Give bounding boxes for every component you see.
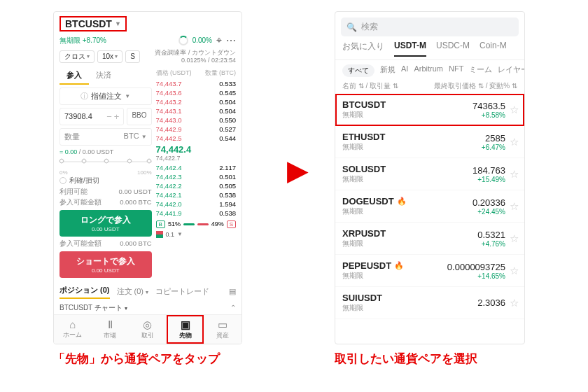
caption-right: 取引したい通貨ペアを選択 [335, 351, 477, 368]
gauge-icon [178, 36, 188, 46]
price-input[interactable]: 73908.4 −+ [59, 108, 124, 125]
leverage-chip[interactable]: 10x▾ [97, 50, 122, 63]
star-icon[interactable]: ☆ [510, 265, 519, 277]
nav-home[interactable]: ⌂ホーム [54, 315, 92, 344]
pair-row[interactable]: SUIUSDT無期限2.3036☆ [335, 287, 524, 319]
long-short-ratio: B51% 49%S [156, 220, 236, 228]
ob-layout-icon[interactable] [156, 231, 163, 238]
minus-icon[interactable]: − [106, 111, 112, 122]
phone-left: BTCUSDT ▼ 無期限 +8.70% 0.00% ⌖ ⋯ クロス▾ 10x▾… [53, 11, 242, 344]
qty-slider[interactable] [59, 158, 152, 165]
chevron-down-icon: ▼ [125, 93, 130, 99]
filter-all[interactable]: すべて [342, 64, 374, 77]
nav-futures[interactable]: ▣先物 [167, 315, 204, 344]
caption-left: 「先物」から通貨ペアをタップ [53, 351, 220, 368]
wallet-icon: ▭ [204, 318, 241, 331]
expand-icon[interactable]: ⌃ [230, 304, 236, 312]
orderbook-controls[interactable]: 0.1 ▼ [156, 231, 236, 238]
pair-selector[interactable]: BTCUSDT ▼ [59, 16, 127, 31]
pair-row[interactable]: SOLUSDT無期限184.763+15.49%☆ [335, 158, 524, 190]
tab-orders[interactable]: 注文 (0) ▾ [117, 286, 149, 297]
star-icon[interactable]: ☆ [510, 200, 519, 213]
orderbook: 価格 (USDT)数量 (BTC) 74,443.70.53374,443.60… [156, 67, 236, 281]
star-icon[interactable]: ☆ [510, 136, 519, 148]
risk-gauge[interactable]: 0.00% ⌖ ⋯ [178, 34, 236, 46]
tab-coinm[interactable]: Coin-M [479, 41, 507, 57]
star-icon[interactable]: ☆ [510, 232, 519, 245]
info-icon: ⓘ [80, 91, 88, 102]
qty-input[interactable]: 数量 BTC ▼ [59, 128, 152, 146]
tab-close[interactable]: 決済 [89, 67, 118, 85]
side-chip[interactable]: S [125, 50, 140, 63]
market-icon: Ⅱ [92, 318, 130, 331]
candles-icon[interactable]: ⌖ [216, 34, 222, 46]
pair-row[interactable]: DOGEUSDT 🔥無期限0.20336+24.45%☆ [335, 190, 524, 223]
filter-ai[interactable]: AI [401, 64, 408, 77]
filter-new[interactable]: 新規 [380, 64, 396, 77]
tab-usdtm[interactable]: USDT-M [394, 41, 426, 57]
order-type-select[interactable]: ⓘ 指値注文 ▼ [59, 88, 152, 105]
star-icon[interactable]: ☆ [510, 168, 519, 181]
tpsl-checkbox[interactable]: 利確/損切 [59, 176, 152, 186]
filter-layer1[interactable]: レイヤー1 [498, 64, 524, 77]
sort-header[interactable]: 名前 ⇅ / 取引量 ⇅最終取引価格 ⇅ / 変動% ⇅ [335, 80, 524, 94]
market-tabs: お気に入り USDT-M USDC-M Coin-M [335, 41, 524, 60]
perp-change: 無期限 +8.70% [59, 36, 106, 46]
pair-list: BTCUSDT無期限74363.5+8.58%☆ETHUSDT無期限2585+6… [335, 94, 524, 319]
filter-arbitrum[interactable]: Arbitrum [414, 64, 443, 77]
tab-entry[interactable]: 参入 [59, 67, 89, 85]
pair-row[interactable]: ETHUSDT無期限2585+6.47%☆ [335, 126, 524, 158]
filter-meme[interactable]: ミーム [469, 64, 492, 77]
filter-row: すべて 新規 AI Arbitrum NFT ミーム レイヤー1 [335, 60, 524, 80]
bbo-button[interactable]: BBO [127, 108, 151, 125]
pair-row[interactable]: XRPUSDT無期限0.5321+4.76%☆ [335, 223, 524, 255]
mid-price: 74,442.4 [156, 143, 236, 155]
nav-trade[interactable]: ◎取引 [129, 315, 167, 344]
arrow-right-icon: ▶ [287, 154, 309, 186]
nav-market[interactable]: Ⅱ市場 [92, 315, 130, 344]
phone-right: 🔍 検索 お気に入り USDT-M USDC-M Coin-M すべて 新規 A… [335, 11, 525, 344]
search-input[interactable]: 🔍 検索 [341, 18, 519, 36]
long-button[interactable]: ロングで参入0.00 USDT [59, 210, 152, 237]
more-icon[interactable]: ⋯ [226, 35, 236, 46]
mark-price: 74,422.7 [156, 155, 236, 163]
tab-positions[interactable]: ポジション (0) [59, 285, 110, 299]
plus-icon[interactable]: + [114, 111, 120, 122]
margin-mode-chip[interactable]: クロス▾ [59, 50, 94, 63]
funding-info: 資金調達率 / カウントダウン 0.0125% / 02:23:54 [155, 49, 236, 64]
asks-list: 74,443.70.53374,443.60.54574,443.20.5047… [156, 79, 236, 143]
short-button[interactable]: ショートで参入0.00 USDT [59, 251, 152, 278]
bids-list: 74,442.42.11774,442.30.50174,442.20.5057… [156, 163, 236, 218]
star-icon[interactable]: ☆ [510, 104, 519, 116]
search-icon: 🔍 [346, 22, 357, 32]
chart-link[interactable]: BTCUSDT チャート ▾ [59, 303, 127, 313]
tab-usdcm[interactable]: USDC-M [436, 41, 470, 57]
home-icon: ⌂ [54, 318, 92, 330]
pair-row[interactable]: PEPEUSDT 🔥無期限0.0000093725+14.65%☆ [335, 255, 524, 287]
pair-header: BTCUSDT ▼ [54, 12, 241, 34]
star-icon[interactable]: ☆ [510, 297, 519, 309]
trade-icon: ◎ [129, 318, 167, 331]
nav-wallet[interactable]: ▭資産 [204, 315, 241, 344]
chevron-down-icon: ▼ [115, 20, 121, 27]
futures-icon: ▣ [167, 318, 204, 331]
history-icon[interactable]: ▤ [229, 287, 236, 296]
estimate-text: = 0.00 / 0.00 USDT [59, 148, 152, 155]
pair-row[interactable]: BTCUSDT無期限74363.5+8.58%☆ [335, 94, 524, 126]
filter-nft[interactable]: NFT [449, 64, 463, 77]
tab-copytrade[interactable]: コピートレード [155, 286, 209, 297]
pair-symbol: BTCUSDT [65, 18, 112, 29]
bottom-nav: ⌂ホーム Ⅱ市場 ◎取引 ▣先物 ▭資産 [54, 314, 241, 344]
tab-fav[interactable]: お気に入り [342, 41, 384, 57]
